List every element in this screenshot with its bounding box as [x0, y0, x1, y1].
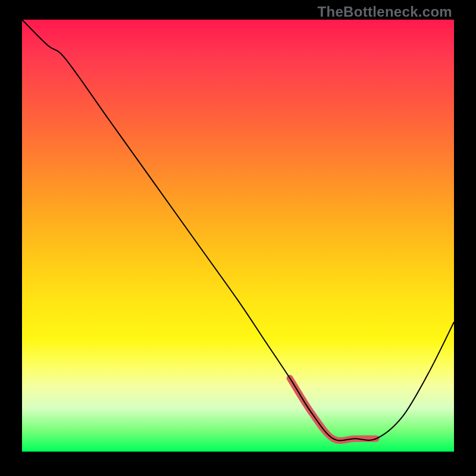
- bottleneck-curve: [22, 20, 454, 440]
- chart-frame: TheBottleneck.com: [0, 0, 476, 476]
- watermark-text: TheBottleneck.com: [318, 4, 452, 20]
- accent-segment: [290, 378, 376, 441]
- chart-svg: [22, 20, 454, 452]
- chart-plot-area: [22, 20, 454, 452]
